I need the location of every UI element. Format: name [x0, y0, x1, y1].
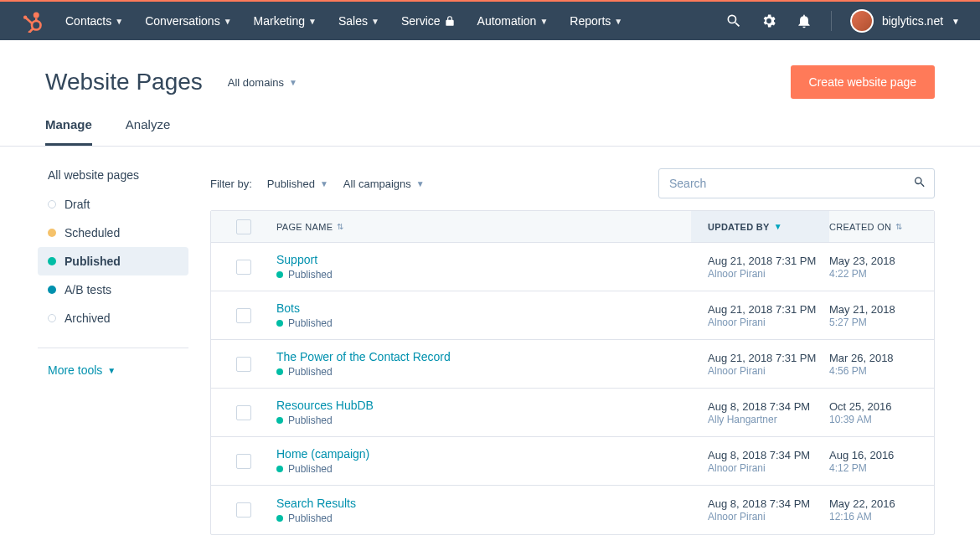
row-checkbox[interactable]: [236, 502, 251, 518]
created-time: 5:27 PM: [829, 317, 934, 328]
chevron-down-icon: ▼: [952, 17, 960, 26]
updated-by: Alnoor Pirani: [708, 511, 829, 523]
created-date: May 23, 2018: [829, 255, 934, 267]
sidebar-item-scheduled[interactable]: Scheduled: [38, 219, 188, 247]
more-tools-link[interactable]: More tools ▼: [38, 363, 188, 377]
sidebar-item-archived[interactable]: Archived: [38, 304, 188, 332]
search-input[interactable]: [658, 168, 935, 198]
nav-contacts[interactable]: Contacts▼: [65, 14, 123, 28]
created-time: 10:39 AM: [829, 414, 934, 425]
updated-date: Aug 8, 2018 7:34 PM: [708, 400, 829, 413]
chevron-down-icon: ▼: [107, 366, 116, 375]
top-nav: Contacts▼Conversations▼Marketing▼Sales▼S…: [0, 2, 980, 40]
svg-line-5: [30, 28, 34, 32]
created-time: 12:16 AM: [829, 511, 934, 523]
tab-manage[interactable]: Manage: [45, 117, 92, 146]
select-all-checkbox[interactable]: [236, 219, 251, 234]
sort-icon: ⇅: [337, 222, 343, 231]
search-icon[interactable]: [913, 176, 926, 192]
bell-icon[interactable]: [796, 13, 812, 29]
created-date: May 21, 2018: [829, 303, 934, 316]
nav-reports[interactable]: Reports▼: [570, 14, 622, 28]
row-checkbox[interactable]: [236, 405, 251, 420]
page-name-link[interactable]: Search Results: [276, 497, 356, 510]
lock-icon: [444, 15, 456, 27]
col-page-name[interactable]: PAGE NAME⇅: [276, 222, 691, 232]
updated-by: Alnoor Pirani: [708, 365, 829, 377]
table-row: Resources HubDBPublishedAug 8, 2018 7:34…: [211, 389, 934, 437]
chevron-down-icon: ▼: [371, 17, 379, 26]
row-checkbox[interactable]: [236, 357, 251, 372]
page-name-link[interactable]: Bots: [276, 301, 300, 315]
tab-analyze[interactable]: Analyze: [126, 117, 170, 146]
table-row: Home (campaign)PublishedAug 8, 2018 7:34…: [211, 437, 934, 486]
account-name: biglytics.net: [882, 14, 943, 28]
sort-icon: ⇅: [895, 222, 902, 231]
row-checkbox[interactable]: [236, 260, 251, 275]
nav-automation[interactable]: Automation▼: [477, 14, 549, 28]
hubspot-logo[interactable]: [20, 9, 44, 33]
row-checkbox[interactable]: [236, 454, 251, 469]
status-dot: [48, 200, 56, 209]
page-title: Website Pages: [45, 69, 203, 95]
chevron-down-icon: ▼: [614, 17, 622, 26]
updated-date: Aug 8, 2018 7:34 PM: [708, 449, 829, 461]
nav-sales[interactable]: Sales▼: [338, 14, 379, 28]
table-row: The Power of the Contact RecordPublished…: [211, 340, 934, 389]
sidebar-header[interactable]: All website pages: [38, 168, 188, 182]
status-label: Published: [288, 269, 333, 281]
updated-date: Aug 21, 2018 7:31 PM: [708, 352, 829, 364]
chevron-down-icon: ▼: [416, 179, 425, 188]
sidebar-item-published[interactable]: Published: [38, 247, 188, 276]
status-dot: [48, 229, 56, 237]
table-row: Search ResultsPublishedAug 8, 2018 7:34 …: [211, 486, 934, 534]
filter-status-dropdown[interactable]: Published ▼: [267, 178, 328, 190]
created-date: Oct 25, 2016: [829, 400, 934, 413]
status-dot: [276, 417, 283, 424]
table-row: SupportPublishedAug 21, 2018 7:31 PMAlno…: [211, 243, 934, 291]
page-name-link[interactable]: The Power of the Contact Record: [276, 350, 451, 363]
status-dot: [276, 320, 283, 327]
chevron-down-icon: ▼: [224, 17, 232, 26]
sidebar-item-label: Draft: [64, 198, 90, 211]
updated-date: Aug 21, 2018 7:31 PM: [708, 303, 829, 316]
sidebar-item-label: Archived: [64, 312, 110, 325]
status-dot: [48, 314, 56, 322]
chevron-down-icon: ▼: [539, 17, 548, 26]
updated-by: Alnoor Pirani: [708, 462, 829, 474]
sort-down-icon: ▼: [774, 222, 782, 231]
updated-date: Aug 8, 2018 7:34 PM: [708, 497, 829, 510]
status-label: Published: [288, 317, 333, 329]
chevron-down-icon: ▼: [320, 179, 328, 188]
nav-marketing[interactable]: Marketing▼: [254, 14, 317, 28]
row-checkbox[interactable]: [236, 308, 251, 323]
account-menu[interactable]: biglytics.net ▼: [850, 9, 960, 33]
col-created-on[interactable]: CREATED ON⇅: [829, 222, 934, 232]
status-dot: [276, 515, 283, 522]
filter-campaigns-dropdown[interactable]: All campaigns ▼: [343, 178, 425, 190]
updated-date: Aug 21, 2018 7:31 PM: [708, 255, 829, 267]
table-row: BotsPublishedAug 21, 2018 7:31 PMAlnoor …: [211, 291, 934, 340]
filter-label: Filter by:: [210, 178, 252, 190]
page-name-link[interactable]: Resources HubDB: [276, 399, 374, 412]
sidebar-item-label: A/B tests: [64, 283, 111, 296]
avatar: [850, 9, 874, 33]
nav-conversations[interactable]: Conversations▼: [145, 14, 231, 28]
gear-icon[interactable]: [761, 13, 777, 29]
col-updated-by[interactable]: UPDATED BY▼: [691, 211, 829, 242]
search-icon[interactable]: [725, 13, 742, 29]
sidebar-item-draft[interactable]: Draft: [38, 190, 188, 219]
page-name-link[interactable]: Home (campaign): [276, 447, 369, 461]
nav-service[interactable]: Service: [401, 14, 456, 28]
page-name-link[interactable]: Support: [276, 253, 317, 266]
created-time: 4:12 PM: [829, 462, 934, 474]
pages-table: PAGE NAME⇅ UPDATED BY▼ CREATED ON⇅ Suppo…: [210, 210, 935, 535]
domains-dropdown[interactable]: All domains ▼: [228, 76, 297, 89]
created-date: May 22, 2016: [829, 497, 934, 510]
chevron-down-icon: ▼: [289, 78, 297, 87]
created-date: Mar 26, 2018: [829, 352, 934, 364]
svg-point-0: [34, 13, 39, 18]
sidebar-item-a-b-tests[interactable]: A/B tests: [38, 276, 188, 304]
status-dot: [276, 271, 283, 278]
create-page-button[interactable]: Create website page: [791, 65, 935, 99]
